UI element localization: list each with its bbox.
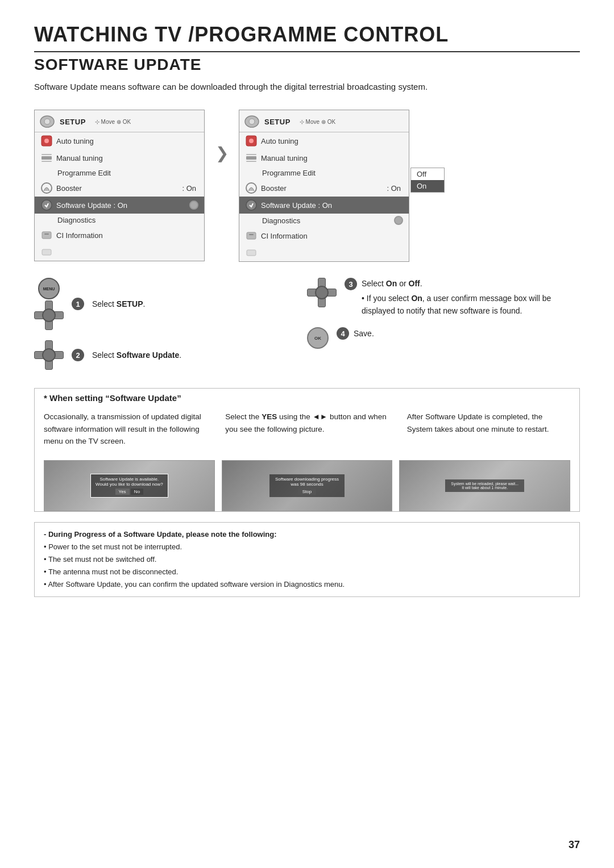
dropdown-menu: Off On [410,168,445,193]
booster-label-left: Booster [56,184,182,193]
dpad-right-step2[interactable] [55,351,64,359]
step-2-row: 2 Select Software Update. [34,340,307,370]
svg-point-13 [249,119,255,124]
yes-bold: YES [262,412,277,421]
booster-value-right: : On [387,184,401,193]
step-1-text: Select SETUP. [92,299,145,308]
svg-rect-23 [247,250,256,256]
step-2-buttons [34,340,64,370]
step-3-number-badge: 3 [345,278,357,290]
ok-button-step4[interactable]: OK [307,327,329,349]
steps-section: MENU 1 Select SETUP. [34,278,580,370]
step-2-bold: Software Update [117,350,179,360]
menu-item-extra-right [239,244,409,261]
step-4-text: Save. [354,328,374,340]
arrow-between: ❯ [205,110,239,162]
step-2-text: Select Software Update. [92,350,181,360]
main-title: WATCHING TV /PROGRAMME CONTROL [34,23,580,47]
booster-icon-right [245,182,258,194]
setup-title-right: SETUP [264,118,291,126]
setup-box-left: SETUP ⊹ Move ⊛ OK Auto tuning Manual tun… [34,110,205,261]
ci-info-label-right: CI Information [261,232,403,240]
diagnostics-label-left: Diagnostics [55,216,198,224]
menu-item-manual-tuning-left: Manual tuning [35,149,204,166]
note-bullet-2: • The set must not be switched off. [44,553,570,566]
step-1-number-badge: 1 [72,298,84,310]
dpad-down-step1[interactable] [45,321,53,330]
menu-item-programme-edit-right: Programme Edit [239,166,409,180]
when-col-3: After Software Update is completed, the … [398,406,579,452]
dpad-step1 [34,301,64,330]
setup-box-right-header: SETUP ⊹ Move ⊛ OK [239,110,409,132]
dpad-down-step2[interactable] [45,361,53,370]
extra-icon-right [245,247,258,259]
tv-icon-right [244,114,260,130]
dpad-center-step1[interactable] [42,308,56,322]
menu-item-software-update-left: Software Update : On [35,197,204,214]
step-3-detail: • If you select On, a user confirm messa… [345,293,580,317]
step-1-row: MENU 1 Select SETUP. [34,278,307,330]
menu-button-label: MENU [43,287,55,291]
svg-rect-10 [44,233,49,235]
steps-right: 3 Select On or Off. • If you select On, … [307,278,580,370]
setup-nav-hint-left: ⊹ Move ⊛ OK [95,119,131,125]
screen-dialog-1: Software Update is available.Would you l… [90,474,168,498]
step-4-content: 4 Save. [337,327,374,340]
setup-nav-hint-right: ⊹ Move ⊛ OK [300,119,335,125]
svg-rect-16 [246,156,256,160]
svg-rect-5 [42,154,52,155]
dropdown-option-off[interactable]: Off [411,168,444,180]
when-setting-content: Occasionally, a transmission of updated … [35,406,579,460]
menu-item-diagnostics-left: Diagnostics [35,214,204,227]
manual-tuning-icon-left [40,152,53,164]
svg-rect-22 [249,234,254,235]
diagnostics-label-right: Diagnostics [260,216,392,225]
dpad-center-step3[interactable] [315,286,329,299]
menu-button[interactable]: MENU [38,278,60,299]
svg-rect-6 [42,161,52,162]
when-col-1: Occasionally, a transmission of updated … [35,406,216,452]
step-3-bold-off: Off [409,279,420,288]
auto-tuning-label-left: Auto tuning [56,137,198,145]
when-setting-section: * When setting “Software Update” Occasio… [34,388,580,512]
note-bullet-4: • After Software Update, you can confirm… [44,578,570,591]
step-3-bold-on: On [386,279,397,288]
dpad-down-step3[interactable] [318,298,326,307]
svg-rect-21 [247,232,256,239]
programme-edit-label-left: Programme Edit [55,169,198,177]
dpad-center-step2[interactable] [42,348,56,362]
dpad-right-step1[interactable] [55,311,64,319]
svg-point-20 [246,200,256,210]
auto-tuning-icon-right [245,135,258,147]
svg-rect-11 [42,249,51,255]
dpad-right-step3[interactable] [327,289,337,297]
screenshot-2: Software downloading progresswas 98 seco… [222,460,393,511]
dropdown-option-on[interactable]: On [411,180,444,192]
step-2-number-badge: 2 [72,349,84,361]
software-update-icon-right [245,199,258,211]
svg-point-15 [249,139,254,143]
when-setting-header: * When setting “Software Update” [35,389,579,406]
svg-rect-9 [42,232,51,239]
programme-edit-label-right: Programme Edit [260,169,403,177]
tv-icon-left [39,114,55,130]
booster-icon-left [40,182,53,194]
booster-value-left: : On [182,184,196,193]
notes-title: - During Progress of a Software Update, … [44,530,277,539]
note-bullet-3: • The antenna must not be disconnected. [44,566,570,578]
screenshot-3: System will be reloaded, please wait...I… [399,460,570,511]
menu-item-extra-left [35,244,204,261]
ok-button-label: OK [314,336,321,341]
setup-box-right-wrapper: SETUP ⊹ Move ⊛ OK Auto tuning Manual tun… [239,110,409,262]
notes-box: - During Progress of a Software Update, … [34,522,580,597]
auto-tuning-icon-left [40,135,53,147]
screenshot-1: Software Update is available.Would you l… [44,460,215,511]
manual-tuning-label-right: Manual tuning [261,154,403,162]
step-4-buttons: OK [307,327,329,349]
ci-info-label-left: CI Information [56,231,198,240]
menu-item-booster-right: Booster : On [239,180,409,197]
note-bullet-1: • Power to the set must not be interrupt… [44,541,570,553]
svg-point-8 [42,200,52,210]
menu-item-booster-left: Booster : On [35,180,204,197]
manual-tuning-icon-right [245,152,258,164]
